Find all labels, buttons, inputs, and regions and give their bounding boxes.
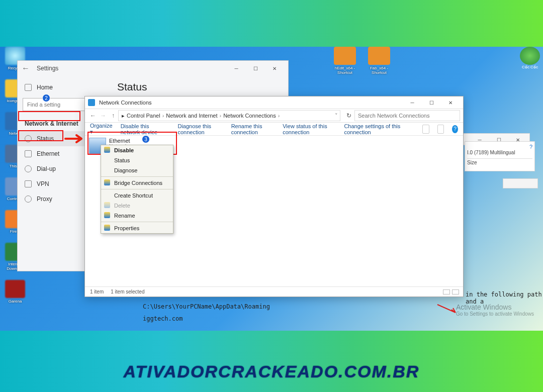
ctx-disable[interactable]: Disable <box>101 145 173 155</box>
activate-windows-watermark: Activate Windows Go to Settings to activ… <box>456 303 534 317</box>
shield-icon <box>104 202 110 208</box>
red-arrow-icon <box>64 134 86 144</box>
ctx-bridge[interactable]: Bridge Connections <box>101 178 173 188</box>
refresh-button[interactable]: ↻ <box>343 112 354 119</box>
shield-icon <box>104 212 110 218</box>
ctx-status[interactable]: Status <box>101 155 173 165</box>
nc-search-input[interactable] <box>354 110 460 121</box>
change-settings-button[interactable]: Change settings of this connection <box>344 123 406 135</box>
chevron-down-icon[interactable]: ˅ <box>335 113 338 119</box>
nc-close-button[interactable]: ✕ <box>441 96 460 109</box>
status-selected: 1 item selected <box>111 289 144 295</box>
minimize-button[interactable]: ─ <box>227 62 246 74</box>
status-count: 1 item <box>90 289 104 295</box>
maximize-button[interactable]: ☐ <box>246 62 265 74</box>
highlight-category <box>18 111 80 121</box>
garena-icon[interactable]: Garena <box>2 280 28 304</box>
view-toggle[interactable] <box>443 289 459 295</box>
context-menu: Disable Status Diagnose Bridge Connectio… <box>101 145 173 234</box>
note-source: iggtech.com <box>143 315 183 322</box>
view-status-button[interactable]: View status of this connection <box>283 123 336 135</box>
note-path: C:\Users\YourPCName\AppData\Roaming <box>143 303 270 310</box>
ctx-diagnose[interactable]: Diagnose <box>101 165 173 175</box>
background-window-corner <box>503 178 538 188</box>
nc-statusbar: 1 item 1 item selected <box>85 286 463 297</box>
fab-shortcut[interactable]: Fab_x64 - Shortcut <box>366 47 392 75</box>
shield-icon <box>104 225 110 231</box>
rename-button[interactable]: Rename this connection <box>231 123 275 135</box>
vpn-icon <box>25 180 32 187</box>
shield-icon <box>104 147 110 153</box>
settings-titlebar[interactable]: ← Settings ─ ☐ ✕ <box>18 61 288 76</box>
breadcrumb-pc-icon: ▸ <box>122 113 125 119</box>
shield-icon <box>104 179 110 185</box>
help-button[interactable]: ? <box>452 125 458 133</box>
nc-titlebar[interactable]: Network Connections ─ ☐ ✕ <box>85 96 463 109</box>
ctx-delete: Delete <box>101 201 173 211</box>
highlight-status <box>18 130 63 141</box>
nav-back-button[interactable]: ← <box>88 112 98 119</box>
ctx-rename[interactable]: Rename <box>101 211 173 221</box>
breadcrumb[interactable]: ▸ Control Panel› Network and Internet› N… <box>118 110 340 121</box>
nc-title: Network Connections <box>99 100 152 106</box>
top-shortcuts: hEdit_x64 - Shortcut Fab_x64 - Shortcut <box>332 47 392 84</box>
sidebar-home[interactable]: Home <box>18 80 108 95</box>
close-button[interactable]: ✕ <box>265 62 284 74</box>
nc-title-icon <box>88 99 95 106</box>
ctx-shortcut[interactable]: Create Shortcut <box>101 190 173 201</box>
ctx-properties[interactable]: Properties <box>101 223 173 233</box>
nc-navbar: ← → ↑ ▸ Control Panel› Network and Inter… <box>85 109 463 123</box>
step-marker-2: 2 <box>42 94 50 102</box>
nav-fwd-button[interactable]: → <box>98 112 108 119</box>
background-window-panel: ? I.0 (7189) Multilingual Size <box>465 141 535 171</box>
proxy-icon <box>25 195 32 203</box>
settings-title: Settings <box>37 65 58 72</box>
dialup-icon <box>25 165 32 172</box>
step-marker-3: 3 <box>142 135 150 143</box>
page-title: Status <box>117 81 279 93</box>
ethernet-icon <box>25 150 32 157</box>
home-icon <box>25 84 32 91</box>
nc-maximize-button[interactable]: ☐ <box>422 96 441 109</box>
nc-minimize-button[interactable]: ─ <box>403 96 422 109</box>
nav-up-button[interactable]: ↑ <box>108 112 118 119</box>
diagnose-button[interactable]: Diagnose this connection <box>177 123 223 135</box>
preview-pane-button[interactable] <box>437 125 444 134</box>
view-mode-button[interactable] <box>422 125 429 134</box>
red-arrow-corner-icon <box>436 304 458 315</box>
back-button[interactable]: ← <box>22 64 30 73</box>
coccoc-icon[interactable]: Cốc Cốc <box>520 47 540 69</box>
watermark-text: ATIVADORCRACKEADO.COM.BR <box>0 362 543 381</box>
hedit-shortcut[interactable]: hEdit_x64 - Shortcut <box>332 47 358 75</box>
